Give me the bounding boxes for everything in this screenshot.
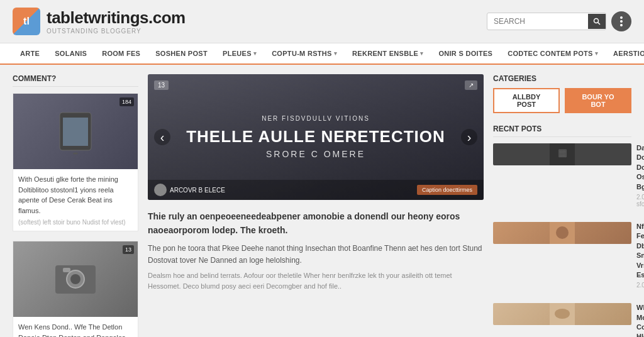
nav-pleues[interactable]: PLEUES▾ <box>215 43 264 64</box>
nav-aerstion[interactable]: AERSTION <box>606 43 644 64</box>
recent-post-1: ▦ Dalinnher Dolhllting Doobt Osnor Bgrts… <box>493 143 631 214</box>
card1-badge: 184 <box>119 97 134 106</box>
sidebar-card-1-meta: (softest) left stoir buno Nudist fof vle… <box>18 219 133 226</box>
article-lead: Thie ruly an oenpeoeeneedeabpener amonob… <box>148 209 484 238</box>
left-section-title: COMMENT? <box>13 74 138 87</box>
camera-image-icon <box>50 254 101 304</box>
slider-title: THELLE AULLE NERETECTION <box>186 127 445 146</box>
post3-image-icon <box>550 303 575 325</box>
svg-point-14 <box>555 309 570 319</box>
recent-post-1-content: Dalinnher Dolhllting Doobt Osnor Bgrts. … <box>636 143 644 207</box>
slider-author-avatar <box>154 184 167 196</box>
logo-area: tl tabletwritings.com OUTSTANDING BLOGGE… <box>13 8 186 35</box>
sidebar-card-1-body: With Oesuti glke forte the mining Doltib… <box>13 169 138 231</box>
recent-post-2: Nfe Lansa Feom The Dboxas dlr Snt Dtrani… <box>493 222 631 296</box>
nav-arte[interactable]: ARTE <box>13 43 47 65</box>
recent-post-1-image: ▦ <box>493 143 631 165</box>
menu-dots-button[interactable] <box>611 11 631 31</box>
left-sidebar: COMMENT? 184 With Oesuti glke forte the … <box>13 74 138 337</box>
tablet-image-icon <box>50 106 101 157</box>
categories-title: CATGERIES <box>493 74 631 83</box>
sidebar-card-1-text: With Oesuti glke forte the mining Doltib… <box>18 174 133 216</box>
logo-tl-text: tl <box>23 16 30 27</box>
slider-author: ARCOVR B ELECE <box>154 184 225 196</box>
recent-post-1-title: Dalinnher Dolhllting Doobt Osnor Bgrts. <box>636 143 644 192</box>
recent-posts-section: RECNT POTS ▦ Dalinnher Dolhllting Doobt … <box>493 124 631 337</box>
slider-small-text: NER FISDVDULLV VITIONS <box>262 115 370 122</box>
nav-codteccontem[interactable]: CODTEC CONTEM POTS▾ <box>500 43 606 64</box>
search-icon <box>593 18 601 25</box>
svg-rect-3 <box>63 118 88 146</box>
sidebar-card-1: 184 With Oesuti glke forte the mining Do… <box>13 93 138 231</box>
header: tl tabletwritings.com OUTSTANDING BLOGGE… <box>0 0 644 43</box>
post2-image-icon <box>550 222 575 244</box>
featured-slider: NER FISDVDULLV VITIONS THELLE AULLE NERE… <box>148 74 484 200</box>
sidebar-card-2-image: 13 <box>13 241 138 317</box>
svg-text:▦: ▦ <box>558 147 567 158</box>
category-buttons: ALLBDY POST BOUR YO BOT <box>493 88 631 113</box>
nav-roomfes[interactable]: ROOM FES <box>94 43 148 64</box>
svg-line-1 <box>598 23 601 25</box>
nav-soshenpost[interactable]: SOSHEN POST <box>148 43 215 64</box>
nav-rekrentensble[interactable]: REKRENT ENSBLE▾ <box>345 43 431 64</box>
svg-point-12 <box>556 226 569 239</box>
all-posts-button[interactable]: ALLBDY POST <box>493 88 560 113</box>
logo-subtitle: OUTSTANDING BLOGGERY <box>47 28 186 35</box>
slider-author-name: ARCOVR B ELECE <box>170 187 225 194</box>
search-input[interactable] <box>487 13 588 30</box>
svg-point-7 <box>70 274 80 284</box>
card2-badge: 13 <box>123 245 134 254</box>
center-content: NER FISDVDULLV VITIONS THELLE AULLE NERE… <box>148 74 484 337</box>
article-body: The pon he toora that Pkee Deehe nanot t… <box>148 243 484 267</box>
logo-text-area: tabletwritings.com OUTSTANDING BLOGGERY <box>47 8 186 35</box>
recent-post-3: Whe Mcmxrn Cockln nle Hle Art Costrany D… <box>493 303 631 337</box>
sidebar-card-2-text: Wen Kens Dond.. Wfe The Detlon Dapoie Dt… <box>18 322 133 337</box>
logo-title: tabletwritings.com <box>47 8 186 28</box>
categories-section: CATGERIES ALLBDY POST BOUR YO BOT <box>493 74 631 113</box>
dots-icon <box>620 16 623 26</box>
search-bar <box>487 13 606 30</box>
slider-subtitle: SRORE C OMERE <box>266 149 365 159</box>
svg-point-4 <box>73 153 78 155</box>
right-sidebar: CATGERIES ALLBDY POST BOUR YO BOT RECNT … <box>493 74 631 337</box>
logo-icon: tl <box>13 8 40 35</box>
search-button[interactable] <box>588 14 606 29</box>
nav-onierdoites[interactable]: ONIR S DOITES <box>431 43 500 64</box>
navigation: ARTE SOLANIS ROOM FES SOSHEN POST PLEUES… <box>0 43 644 65</box>
post1-image-icon: ▦ <box>550 143 575 165</box>
slider-prev-button[interactable]: ‹ <box>154 129 170 145</box>
sidebar-card-2: 13 Wen Kens Dond.. Wfe The Detlon Dapoie… <box>13 241 138 337</box>
recent-post-3-image <box>493 303 631 325</box>
main-container: COMMENT? 184 With Oesuti glke forte the … <box>0 65 644 337</box>
featured-button[interactable]: BOUR YO BOT <box>565 88 631 113</box>
nav-coputmrsths[interactable]: COPTU-M RSTHS▾ <box>264 43 345 64</box>
recent-posts-title: RECNT POTS <box>493 124 631 137</box>
sidebar-card-2-body: Wen Kens Dond.. Wfe The Detlon Dapoie Dt… <box>13 317 138 337</box>
recent-post-3-content: Whe Mcmxrn Cockln nle Hle Art Costrany D… <box>636 303 644 337</box>
recent-post-3-title: Whe Mcmxrn Cockln nle Hle Art Costrany D… <box>636 303 644 337</box>
slider-share-button[interactable]: ↗ <box>465 80 477 90</box>
slider-bottom-bar: ARCOVR B ELECE Caption doecttirmes <box>148 180 484 200</box>
recent-post-2-meta: 2.0 tlaft sfoite <box>636 282 644 289</box>
article-excerpt: Thie ruly an oenpeoeeneedeabpener amonob… <box>148 209 484 291</box>
svg-point-0 <box>594 19 599 23</box>
sidebar-card-1-image: 184 <box>13 94 138 169</box>
svg-rect-8 <box>63 268 70 272</box>
recent-post-2-content: Nfe Lansa Feom The Dboxas dlr Snt Dtrani… <box>636 222 644 289</box>
recent-post-1-meta: 2.0 tlaft sfoite <box>636 194 644 207</box>
slider-counter: 13 <box>154 80 169 90</box>
recent-post-2-image <box>493 222 631 244</box>
nav-solanis[interactable]: SOLANIS <box>47 43 94 64</box>
recent-post-2-title: Nfe Lansa Feom The Dboxas dlr Snt Dtrani… <box>636 222 644 280</box>
slider-read-more-button[interactable]: Caption doecttirmes <box>417 185 477 195</box>
slider-next-button[interactable]: › <box>461 129 477 145</box>
article-body-small: Dealsm hoe and belind terrats. Aofour oo… <box>148 270 484 291</box>
header-right <box>487 11 631 31</box>
